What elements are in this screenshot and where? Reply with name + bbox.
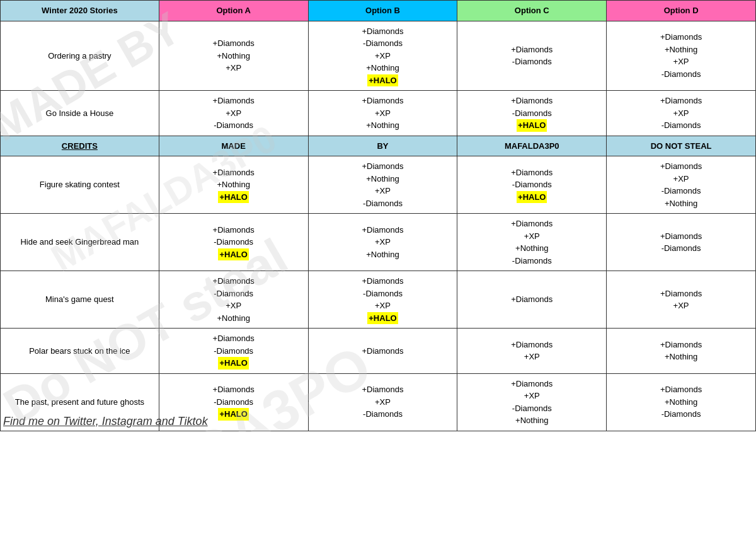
cell-line: +Nothing [665, 45, 697, 54]
cell-line: -Diamonds [662, 243, 701, 253]
header-story: Winter 2020 Stories [1, 1, 159, 21]
bottom-text: Find me on Twitter, Instagram and Tiktok [3, 415, 208, 428]
cell-line: +XP [375, 301, 391, 310]
story-cell: Polar bears stuck on the ice [1, 329, 159, 374]
cell-line: +Nothing [665, 352, 697, 361]
story-cell: Figure skating contest [1, 156, 159, 214]
option-c-cell: +Diamonds-Diamonds+HALO [457, 156, 607, 214]
cell-line: +Nothing [217, 51, 249, 61]
option-c-cell: +Diamonds [457, 271, 607, 329]
cell-line: -Diamonds [662, 69, 701, 79]
cell-line: -Diamonds [214, 237, 253, 247]
cell-line: +Diamonds [660, 289, 702, 298]
cell-line: +Nothing [515, 243, 548, 253]
cell-line: -Diamonds [214, 120, 253, 130]
option-a-cell: +Diamonds+XP-Diamonds [159, 91, 308, 136]
cell-line: +XP [673, 108, 689, 118]
cell-line: +Diamonds [213, 385, 255, 394]
cell-line: +Diamonds [660, 385, 702, 394]
cell-line: +Diamonds [213, 38, 255, 48]
option-d-cell: +Diamonds-Diamonds [607, 214, 756, 271]
option-d-cell: +Diamonds+Nothing+XP-Diamonds [607, 21, 756, 91]
cell-line: +Diamonds [511, 219, 553, 228]
cell-line: -Diamonds [363, 409, 403, 419]
cell-line: +Nothing [366, 120, 399, 130]
cell-line: -Diamonds [512, 256, 552, 265]
cell-line: +Diamonds [213, 168, 255, 177]
header-option-b: Option B [308, 1, 457, 21]
credits-story: CREDITS [1, 136, 159, 156]
cell-line: -Diamonds [512, 57, 552, 66]
story-cell: Ordering a pastry [1, 21, 159, 91]
cell-line: +XP [673, 57, 689, 66]
option-d-cell: +Diamonds+XP [607, 271, 756, 329]
cell-line: -Diamonds [363, 38, 403, 48]
cell-line: -Diamonds [214, 289, 253, 298]
halo-badge: +HALO [218, 357, 248, 370]
cell-line: +Nothing [366, 174, 399, 183]
option-a-cell: +Diamonds+Nothing+HALO [159, 156, 308, 214]
halo-badge: +HALO [218, 408, 248, 421]
cell-line: +Nothing [366, 250, 399, 259]
header-option-a: Option A [159, 1, 308, 21]
halo-badge: +HALO [218, 191, 248, 204]
cell-line: -Diamonds [662, 186, 701, 195]
table-row: Mina's game quest +Diamonds-Diamonds+XP+… [1, 271, 756, 329]
cell-line: +Nothing [665, 199, 697, 208]
table-row: Figure skating contest +Diamonds+Nothing… [1, 156, 756, 214]
cell-line: +Diamonds [660, 231, 702, 241]
cell-line: -Diamonds [662, 120, 701, 130]
cell-line: -Diamonds [512, 180, 552, 189]
cell-line: +Diamonds [660, 96, 702, 105]
cell-line: +Diamonds [511, 45, 553, 54]
option-c-cell: +Diamonds-Diamonds [457, 21, 607, 91]
cell-line: +XP [226, 108, 241, 118]
cell-line: +Diamonds [362, 161, 403, 171]
cell-line: +XP [375, 397, 391, 407]
halo-badge: +HALO [367, 312, 398, 325]
cell-line: -Diamonds [363, 199, 403, 208]
cell-line: +Diamonds [213, 334, 255, 343]
cell-line: -Diamonds [512, 108, 552, 118]
cell-line: +XP [524, 352, 540, 361]
cell-line: +Nothing [366, 63, 399, 73]
cell-line: -Diamonds [363, 289, 403, 298]
cell-line: +Diamonds [213, 276, 255, 286]
table-row: Go Inside a House +Diamonds+XP-Diamonds … [1, 91, 756, 136]
cell-line: -Diamonds [214, 397, 253, 407]
cell-line: +Diamonds [511, 96, 553, 105]
cell-line: +Diamonds [362, 276, 403, 286]
option-d-cell: +Diamonds+XP-Diamonds [607, 91, 756, 136]
option-d-cell: +Diamonds+Nothing [607, 329, 756, 374]
cell-line: +Diamonds [660, 32, 702, 42]
option-a-cell: +Diamonds-Diamonds+HALO [159, 329, 308, 374]
cell-line: +XP [226, 301, 241, 310]
credits-row: CREDITS MADE BY MAFALDA3P0 DO NOT STEAL [1, 136, 756, 156]
cell-line: +Nothing [217, 313, 249, 323]
cell-line: +XP [375, 51, 391, 61]
option-b-cell: +Diamonds+XP+Nothing [308, 91, 457, 136]
option-b-cell: +Diamonds+Nothing+XP-Diamonds [308, 156, 457, 214]
cell-line: +XP [375, 186, 391, 195]
option-a-cell: +Diamonds+Nothing+XP [159, 21, 308, 91]
cell-line: +Diamonds [213, 96, 255, 105]
cell-line: +XP [673, 174, 689, 183]
table-row: Hide and seek Gingerbread man +Diamonds-… [1, 214, 756, 271]
cell-line: +Diamonds [213, 225, 255, 235]
credits-d: DO NOT STEAL [607, 136, 756, 156]
cell-line: +XP [524, 391, 540, 400]
header-option-c: Option C [457, 1, 607, 21]
cell-line: +XP [375, 237, 391, 247]
story-cell: Mina's game quest [1, 271, 159, 329]
credits-b: BY [308, 136, 457, 156]
credits-c: MAFALDA3P0 [457, 136, 607, 156]
option-d-cell: +Diamonds+Nothing-Diamonds [607, 373, 756, 431]
cell-line: +Diamonds [660, 340, 702, 349]
halo-badge: +HALO [218, 248, 248, 261]
cell-line: +XP [524, 231, 540, 241]
option-b-cell: +Diamonds [308, 329, 457, 374]
cell-line: +Nothing [515, 416, 548, 425]
cell-line: -Diamonds [512, 404, 552, 413]
table-row: Polar bears stuck on the ice +Diamonds-D… [1, 329, 756, 374]
cell-line: +Diamonds [362, 385, 403, 394]
